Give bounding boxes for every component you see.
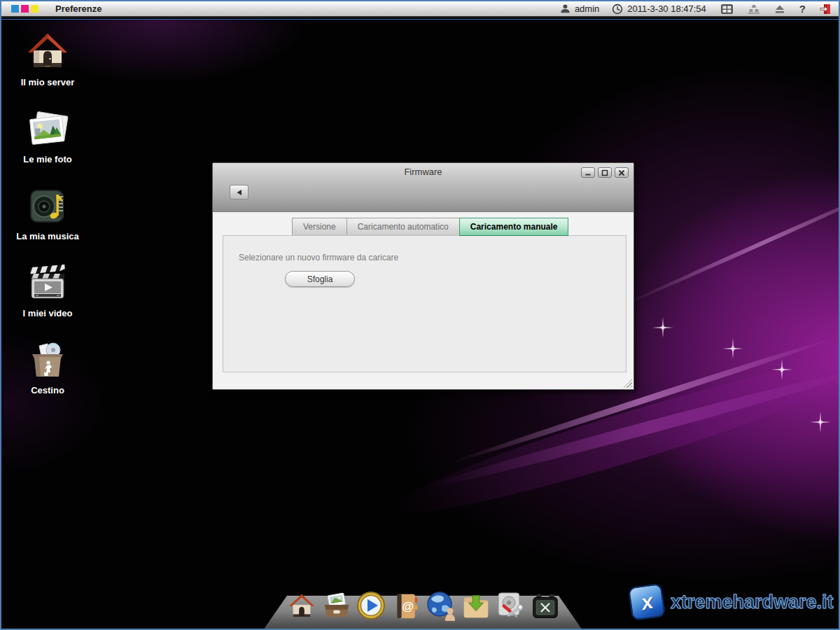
window-title: Firmware — [213, 167, 634, 177]
dock-contacts-icon: @ — [392, 592, 420, 621]
wallpaper-sparkle — [652, 317, 673, 338]
dock-photo-box-icon — [322, 592, 351, 621]
menubar: Preferenze admin 2011-3-30 18:47:54 — [1, 1, 839, 18]
datetime-text: 2011-3-30 18:47:54 — [627, 4, 706, 14]
dock-disk-utilities-icon — [495, 590, 526, 621]
manual-upload-panel: Selezionare un nuovo firmware da caricar… — [223, 235, 626, 372]
maximize-icon — [601, 169, 609, 176]
home-icon — [25, 29, 70, 74]
photos-icon — [25, 106, 70, 151]
back-button[interactable] — [230, 185, 248, 200]
widgets-icon — [748, 4, 760, 14]
dock-web-button[interactable] — [426, 589, 456, 621]
logout-icon — [820, 4, 832, 15]
back-arrow-icon — [236, 189, 243, 196]
logo-yellow-square — [31, 5, 38, 13]
clock-icon — [612, 4, 623, 15]
desktop-icon-photos[interactable]: Le mie foto — [6, 106, 90, 164]
resize-grip[interactable] — [622, 378, 632, 388]
dock: @ — [286, 589, 561, 621]
dock-download-folder-icon — [461, 592, 491, 621]
help-button[interactable]: ? — [799, 3, 806, 15]
desktop-icon-label: Le mie foto — [6, 154, 90, 164]
close-button[interactable] — [615, 167, 629, 178]
videos-icon — [25, 260, 70, 305]
watermark: x xtremehardware.it — [630, 585, 834, 619]
wallpaper-sparkle — [722, 338, 743, 359]
close-icon — [617, 169, 626, 176]
minimize-button[interactable] — [581, 167, 595, 178]
desktop-icon-music[interactable]: La mia musica — [6, 183, 90, 241]
desktop-icon-label: Cestino — [6, 385, 90, 396]
desktop-icon-label: Il mio server — [6, 77, 90, 88]
clock-indicator: 2011-3-30 18:47:54 — [612, 4, 706, 15]
desktop-icon-label: La mia musica — [6, 231, 90, 241]
dock-download-button[interactable] — [461, 589, 491, 621]
wallpaper-streak — [623, 178, 840, 307]
firmware-tabbar: Versione Caricamento automatico Caricame… — [293, 218, 568, 236]
tab-caricamento-automatico[interactable]: Caricamento automatico — [346, 218, 460, 236]
trash-icon — [25, 337, 70, 382]
menu-preferenze[interactable]: Preferenze — [51, 4, 106, 14]
window-grid-icon — [720, 4, 734, 15]
desktop-icon-label: I miei video — [6, 308, 90, 318]
screen: Preferenze admin 2011-3-30 18:47:54 — [0, 0, 840, 630]
firmware-window: Firmware — [212, 162, 634, 390]
music-icon — [25, 183, 70, 228]
wallpaper-sparkle — [810, 412, 831, 433]
logo-blue-square — [11, 5, 19, 13]
user-icon — [560, 4, 570, 14]
dock-media-player-button[interactable] — [356, 589, 386, 621]
window-titlebar[interactable]: Firmware — [213, 163, 634, 212]
wallpaper-sparkle — [771, 359, 792, 380]
tab-versione[interactable]: Versione — [292, 218, 347, 236]
svg-text:@: @ — [402, 599, 414, 613]
window-body: Versione Caricamento automatico Caricame… — [213, 212, 634, 389]
desktop-icon-videos[interactable]: I miei video — [6, 260, 90, 318]
dock-home-button[interactable] — [286, 589, 317, 621]
menubar-divider — [1, 19, 839, 20]
watermark-text: xtremehardware.it — [671, 592, 834, 613]
desktop-icon-trash[interactable]: Cestino — [6, 337, 90, 396]
logo-magenta-square — [21, 5, 29, 13]
logout-button[interactable] — [820, 4, 832, 15]
dock-contacts-button[interactable]: @ — [391, 589, 421, 621]
dock-toolbox-icon — [530, 593, 561, 621]
maximize-button[interactable] — [598, 167, 612, 178]
upload-instruction: Selezionare un nuovo firmware da caricar… — [239, 253, 398, 262]
user-name: admin — [575, 4, 599, 14]
badge-letter: x — [639, 591, 655, 614]
eject-button[interactable] — [774, 4, 785, 14]
nas-logo-icon[interactable] — [11, 5, 38, 13]
dock-home-icon — [287, 592, 316, 621]
dock-web-globe-icon — [426, 590, 456, 621]
xtremehardware-badge-icon: x — [628, 583, 666, 621]
dock-media-player-icon — [356, 590, 386, 621]
browse-button[interactable]: Sfoglia — [285, 271, 355, 287]
dock-photos-button[interactable] — [321, 589, 352, 621]
eject-icon — [774, 4, 785, 14]
user-indicator[interactable]: admin — [560, 4, 599, 14]
desktop-icon-server[interactable]: Il mio server — [6, 29, 90, 88]
tab-caricamento-manuale[interactable]: Caricamento manuale — [459, 218, 569, 236]
dock-toolbox-button[interactable] — [530, 589, 561, 621]
dock-utilities-button[interactable] — [495, 589, 526, 621]
minimize-icon — [584, 169, 592, 176]
window-grid-button[interactable] — [720, 4, 734, 15]
widgets-button[interactable] — [748, 4, 760, 14]
